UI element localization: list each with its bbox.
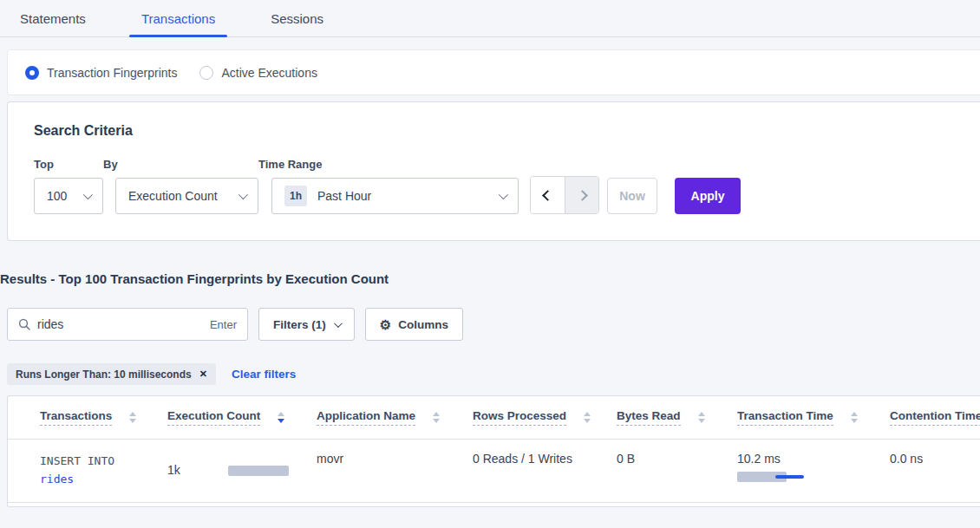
apply-button[interactable]: Apply: [675, 178, 741, 214]
bytes-read-cell: 0 B: [617, 452, 737, 488]
transaction-link[interactable]: rides: [40, 470, 167, 488]
sort-icon: [698, 412, 705, 423]
top-select[interactable]: 100: [34, 178, 103, 214]
time-range-badge: 1h: [284, 186, 307, 206]
tab-sessions[interactable]: Sessions: [271, 0, 323, 37]
filter-chip: Runs Longer Than: 10 milliseconds ✕: [7, 363, 216, 385]
remove-filter-icon[interactable]: ✕: [199, 368, 207, 380]
chevron-down-icon: [83, 190, 93, 199]
sort-icon: [584, 412, 591, 423]
active-filters-row: Runs Longer Than: 10 milliseconds ✕ Clea…: [7, 363, 980, 385]
radio-label: Active Executions: [221, 66, 317, 80]
table-header-row: Transactions Execution Count Application…: [8, 396, 980, 440]
search-box[interactable]: Enter: [7, 308, 248, 341]
sort-desc-icon: [278, 412, 284, 423]
contention-time-cell: 0.0 ns: [890, 452, 980, 488]
gear-icon: ⚙: [380, 318, 391, 331]
by-label: By: [103, 158, 258, 171]
tab-statements[interactable]: Statements: [20, 0, 86, 37]
clear-filters-link[interactable]: Clear filters: [232, 368, 296, 381]
results-heading: Results - Top 100 Transaction Fingerprin…: [0, 271, 980, 286]
radio-selected-icon: [25, 66, 39, 80]
top-select-value: 100: [47, 189, 67, 203]
time-deviation-bar: [775, 475, 804, 479]
chevron-down-icon: [334, 319, 343, 328]
rows-processed-cell: 0 Reads / 1 Writes: [473, 452, 617, 488]
transaction-time-bar: [737, 472, 807, 482]
time-shift-forward-button[interactable]: [565, 177, 598, 213]
transaction-fingerprint-cell: INSERT INTO rides: [40, 452, 167, 488]
columns-button[interactable]: ⚙ Columns: [365, 308, 463, 341]
sort-icon: [433, 412, 440, 423]
radio-active-executions[interactable]: Active Executions: [199, 66, 317, 80]
application-name-cell: movr: [317, 452, 473, 488]
sort-icon: [851, 412, 858, 423]
column-header-transactions[interactable]: Transactions: [40, 409, 167, 426]
top-field: Top 100: [34, 158, 103, 214]
column-header-execution-count[interactable]: Execution Count: [167, 409, 317, 426]
time-range-value: Past Hour: [317, 189, 371, 203]
results-toolbar: Enter Filters (1) ⚙ Columns: [7, 308, 980, 341]
chevron-left-icon: [542, 190, 553, 201]
chevron-down-icon: [238, 190, 248, 199]
sort-icon: [129, 412, 136, 423]
filters-button[interactable]: Filters (1): [258, 308, 355, 341]
transaction-time-value: 10.2 ms: [737, 452, 890, 466]
table-row: INSERT INTO rides 1k movr 0 Reads / 1 Wr…: [8, 440, 980, 503]
search-enter-hint: Enter: [210, 318, 237, 331]
search-icon: [18, 318, 30, 330]
time-range-field: Time Range 1h Past Hour: [258, 158, 519, 214]
time-shift-group: [530, 176, 599, 214]
column-header-application-name[interactable]: Application Name: [317, 409, 473, 426]
search-criteria-title: Search Criteria: [34, 123, 980, 139]
time-shift-back-button[interactable]: [531, 177, 565, 213]
view-mode-card: Transaction Fingerprints Active Executio…: [7, 49, 980, 95]
column-header-transaction-time[interactable]: Transaction Time: [737, 409, 890, 426]
now-button[interactable]: Now: [607, 178, 657, 214]
column-header-contention-time[interactable]: Contention Time: [890, 409, 980, 426]
radio-unselected-icon: [199, 66, 213, 80]
filter-chip-label: Runs Longer Than: 10 milliseconds: [16, 368, 192, 381]
column-header-rows-processed[interactable]: Rows Processed: [473, 409, 617, 426]
radio-label: Transaction Fingerprints: [47, 66, 177, 80]
top-label: Top: [34, 158, 103, 171]
time-range-label: Time Range: [258, 158, 519, 171]
chevron-down-icon: [499, 190, 508, 199]
radio-transaction-fingerprints[interactable]: Transaction Fingerprints: [25, 66, 177, 80]
tab-transactions[interactable]: Transactions: [141, 0, 215, 37]
columns-button-label: Columns: [398, 318, 448, 331]
column-header-bytes-read[interactable]: Bytes Read: [617, 409, 737, 426]
by-select-value: Execution Count: [128, 189, 218, 203]
search-input[interactable]: [37, 317, 210, 331]
chevron-right-icon: [577, 190, 588, 201]
execution-count-value: 1k: [167, 463, 228, 477]
by-select[interactable]: Execution Count: [115, 178, 258, 214]
transaction-time-cell: 10.2 ms: [737, 452, 890, 488]
execution-count-cell: 1k: [167, 452, 317, 488]
search-criteria-panel: Search Criteria Top 100 By Execution Cou…: [7, 101, 980, 241]
by-field: By Execution Count: [103, 158, 258, 214]
transactions-table: Transactions Execution Count Application…: [7, 395, 980, 507]
execution-count-bar: [228, 466, 289, 476]
page-tabs: Statements Transactions Sessions: [0, 0, 980, 37]
time-range-select[interactable]: 1h Past Hour: [271, 178, 519, 214]
sql-text: INSERT INTO: [40, 452, 167, 470]
filters-button-label: Filters (1): [273, 318, 326, 331]
